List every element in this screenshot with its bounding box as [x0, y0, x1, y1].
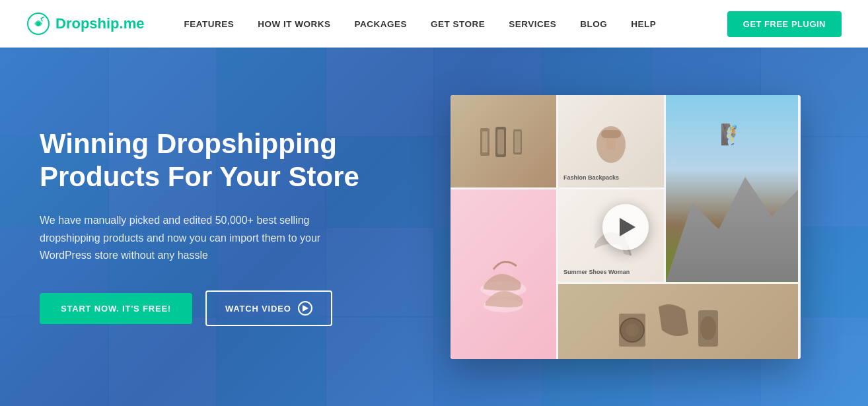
- backpack-visual: [581, 112, 641, 171]
- shoes-woman-label: Summer Shoes Woman: [563, 269, 630, 277]
- watch-video-button[interactable]: WATCH VIDEO: [205, 290, 332, 326]
- accessories-visual: [612, 294, 744, 359]
- play-triangle: [303, 305, 308, 312]
- hero-headline: Winning Dropshipping Products For Your S…: [40, 127, 383, 194]
- hero-section: Winning Dropshipping Products For Your S…: [0, 48, 868, 406]
- nav-item-features[interactable]: FEATURES: [184, 18, 234, 30]
- svg-point-1: [36, 22, 40, 26]
- play-icon: [298, 301, 312, 316]
- backpacks-label: Fashion Backpacks: [563, 174, 619, 182]
- svg-rect-9: [601, 130, 621, 138]
- shoes-visual: [467, 236, 540, 322]
- start-now-button[interactable]: START NOW. IT'S FREE!: [40, 293, 192, 324]
- nav-item-get-store[interactable]: GET STORE: [431, 18, 485, 30]
- watches-visual: [470, 115, 536, 168]
- nav-links: FEATURES HOW IT WORKS PACKAGES GET STORE…: [184, 18, 727, 30]
- hero-buttons: START NOW. IT'S FREE! WATCH VIDEO: [40, 290, 383, 326]
- logo-icon: [26, 12, 50, 36]
- nav-item-blog[interactable]: BLOG: [580, 18, 607, 30]
- play-button-large[interactable]: [602, 204, 649, 250]
- nav-item-packages[interactable]: PACKAGES: [355, 18, 408, 30]
- hero-content: Winning Dropshipping Products For Your S…: [0, 48, 868, 406]
- product-grid: Fashion Backpacks 🧗: [451, 95, 801, 359]
- svg-point-18: [700, 316, 716, 340]
- grid-cell-shoes-pink: [451, 189, 556, 359]
- logo[interactable]: Dropship.me: [26, 12, 144, 36]
- mountain-visual: 🧗: [666, 95, 798, 282]
- svg-rect-3: [482, 131, 488, 152]
- grid-cell-accessories: [558, 284, 798, 359]
- grid-cell-mountain: 🧗: [666, 95, 798, 282]
- nav-item-services[interactable]: SERVICES: [509, 18, 556, 30]
- logo-text: Dropship.me: [55, 15, 144, 32]
- grid-cell-backpacks: Fashion Backpacks: [558, 95, 664, 187]
- play-triangle-large: [620, 218, 635, 236]
- hero-description: We have manually picked and edited 50,00…: [40, 212, 344, 264]
- nav-item-how-it-works[interactable]: HOW IT WORKS: [258, 18, 330, 30]
- get-free-plugin-button[interactable]: GET FREE PLUGIN: [727, 11, 842, 37]
- hero-copy: Winning Dropshipping Products For Your S…: [40, 127, 383, 327]
- svg-rect-5: [497, 129, 504, 154]
- hero-product-showcase: Fashion Backpacks 🧗: [423, 95, 828, 359]
- nav-item-help[interactable]: HELP: [631, 18, 656, 30]
- navbar: Dropship.me FEATURES HOW IT WORKS PACKAG…: [0, 0, 868, 48]
- svg-rect-7: [515, 131, 521, 152]
- grid-cell-watches: [451, 95, 556, 187]
- svg-rect-10: [606, 138, 616, 150]
- svg-point-16: [626, 323, 639, 337]
